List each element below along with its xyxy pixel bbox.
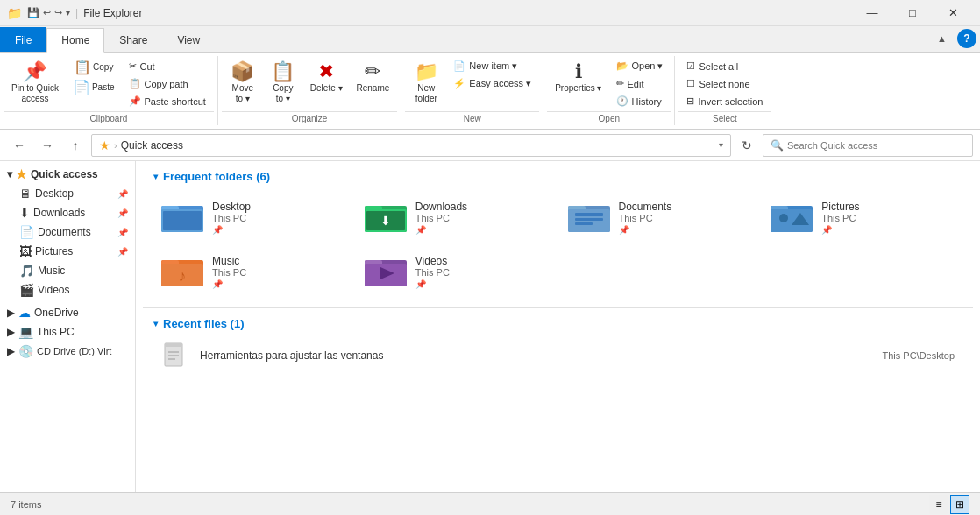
svg-text:⬇: ⬇ (380, 214, 391, 228)
refresh-button[interactable]: ↻ (735, 133, 759, 158)
invert-selection-button[interactable]: ⊟ Invert selection (680, 93, 769, 109)
up-button[interactable]: ↑ (63, 133, 88, 158)
quick-redo-btn[interactable]: ↪ (54, 7, 62, 18)
sidebar-item-videos[interactable]: 🎬 Videos (0, 280, 135, 300)
recent-files-title: Recent files (1) (163, 317, 244, 330)
paste-shortcut-button[interactable]: 📌 Paste shortcut (123, 93, 212, 109)
folder-videos-pin: 📌 (415, 279, 450, 289)
quick-undo-btn[interactable]: ↩ (43, 7, 51, 18)
copy-button[interactable]: 📋 Copy (67, 58, 121, 77)
this-pc-label: This PC (37, 326, 75, 338)
frequent-folders-header: ▾ Frequent folders (6) (136, 161, 980, 188)
maximize-button[interactable]: □ (892, 0, 933, 26)
downloads-pin-icon: 📌 (117, 208, 128, 218)
sidebar-videos-label: Videos (38, 284, 128, 296)
history-button[interactable]: 🕐 History (610, 93, 670, 109)
tiles-view-button[interactable]: ⊞ (950, 495, 969, 514)
tab-home[interactable]: Home (46, 28, 104, 53)
status-bar: 7 items ≡ ⊞ (0, 492, 980, 515)
sidebar-item-desktop[interactable]: 🖥 Desktop 📌 (0, 184, 135, 203)
quick-access-star: ★ (16, 167, 27, 181)
select-all-label: Select all (699, 61, 738, 72)
open-group-content: ℹ Properties ▾ 📂 Open ▾ ✏ Edit 🕐 History (547, 56, 671, 111)
select-all-button[interactable]: ☑ Select all (680, 58, 769, 74)
sidebar-this-pc[interactable]: ▶ 💻 This PC (0, 322, 135, 342)
svg-point-18 (779, 214, 788, 222)
path-separator: › (114, 140, 117, 151)
cut-button[interactable]: ✂ Cut (123, 58, 212, 74)
frequent-folders-chevron[interactable]: ▾ (153, 172, 158, 181)
svg-rect-29 (165, 343, 182, 347)
edit-button[interactable]: ✏ Edit (610, 75, 670, 92)
recent-files-list: Herramientas para ajustar las ventanas T… (136, 335, 980, 376)
sidebar-cd-drive[interactable]: ▶ 💿 CD Drive (D:) Virt (0, 342, 135, 361)
quick-dropdown-btn[interactable]: ▾ (66, 8, 70, 18)
help-button[interactable]: ? (957, 29, 976, 48)
organize-label: Organize (222, 111, 398, 125)
forward-button[interactable]: → (35, 133, 60, 158)
search-input[interactable] (787, 140, 965, 151)
tab-share[interactable]: Share (104, 27, 162, 52)
this-pc-arrow: ▶ (7, 326, 15, 338)
quick-access-arrow: ▾ (7, 168, 12, 180)
rename-button[interactable]: ✏ Rename (351, 58, 396, 98)
clipboard-group-content: 📌 Pin to Quickaccess 📋 Copy 📄 Paste ✂ Cu… (4, 56, 214, 111)
pin-to-quick-access-button[interactable]: 📌 Pin to Quickaccess (5, 58, 65, 109)
details-view-button[interactable]: ≡ (929, 495, 948, 514)
folder-item-desktop[interactable]: Desktop This PC 📌 (153, 192, 353, 243)
folder-documents-info: Documents This PC 📌 (619, 201, 672, 235)
sidebar-item-documents[interactable]: 📄 Documents 📌 (0, 222, 135, 242)
ribbon-collapse-btn[interactable]: ▲ (930, 32, 954, 46)
downloads-icon: ⬇ (19, 206, 30, 220)
easy-access-button[interactable]: ⚡ Easy access ▾ (447, 75, 537, 92)
minimize-button[interactable]: — (852, 0, 892, 26)
folder-item-downloads[interactable]: ⬇ Downloads This PC 📌 (357, 192, 557, 243)
sidebar-item-downloads[interactable]: ⬇ Downloads 📌 (0, 203, 135, 222)
copy-to-button[interactable]: 📋 Copyto ▾ (264, 58, 302, 109)
paste-button[interactable]: 📄 Paste (67, 78, 121, 97)
recent-file-path-0: This PC\Desktop (882, 350, 955, 361)
open-icon: 📂 (616, 60, 628, 72)
recent-files-chevron[interactable]: ▾ (153, 319, 158, 328)
history-label: History (632, 96, 662, 107)
address-path[interactable]: ★ › Quick access ▾ (91, 134, 731, 157)
tab-view[interactable]: View (162, 27, 215, 52)
back-button[interactable]: ← (7, 133, 32, 158)
new-folder-button[interactable]: 📁 Newfolder (407, 58, 445, 109)
documents-pin-icon: 📌 (117, 228, 128, 237)
copy-path-button[interactable]: 📋 Copy path (123, 75, 212, 92)
address-bar: ← → ↑ ★ › Quick access ▾ ↻ 🔍 (0, 130, 980, 161)
folder-item-videos[interactable]: Videos This PC 📌 (357, 246, 557, 297)
folder-documents-name: Documents (619, 201, 672, 213)
folder-downloads-svg: ⬇ (365, 201, 407, 234)
tab-file[interactable]: File (0, 27, 46, 52)
folder-videos-info: Videos This PC 📌 (415, 255, 450, 289)
properties-button[interactable]: ℹ Properties ▾ (549, 58, 607, 98)
folder-item-music[interactable]: ♪ Music This PC 📌 (153, 246, 353, 297)
title-bar-controls: — □ ✕ (852, 0, 973, 26)
sidebar-onedrive[interactable]: ▶ ☁ OneDrive (0, 303, 135, 322)
select-none-button[interactable]: ☐ Select none (680, 75, 769, 92)
delete-button[interactable]: ✖ Delete ▾ (304, 58, 349, 98)
folder-pictures-path: This PC (821, 213, 859, 223)
folder-item-pictures[interactable]: Pictures This PC 📌 (763, 192, 962, 243)
cd-drive-label: CD Drive (D:) Virt (37, 346, 111, 356)
sidebar-item-music[interactable]: 🎵 Music (0, 261, 135, 280)
recent-file-item-0[interactable]: Herramientas para ajustar las ventanas T… (153, 335, 962, 376)
videos-icon: 🎬 (19, 283, 34, 297)
select-group-content: ☑ Select all ☐ Select none ⊟ Invert sele… (678, 56, 771, 111)
sidebar-item-pictures[interactable]: 🖼 Pictures 📌 (0, 242, 135, 261)
move-to-button[interactable]: 📦 Moveto ▾ (224, 58, 262, 109)
pictures-pin-icon: 📌 (117, 247, 128, 257)
search-box[interactable]: 🔍 (763, 134, 973, 157)
open-button[interactable]: 📂 Open ▾ (610, 58, 670, 74)
path-dropdown-icon[interactable]: ▾ (719, 140, 723, 150)
new-item-button[interactable]: 📄 New item ▾ (447, 58, 537, 74)
quick-access-section[interactable]: ▾ ★ Quick access (0, 165, 135, 184)
folder-item-documents[interactable]: Documents This PC 📌 (560, 192, 760, 243)
view-buttons: ≡ ⊞ (929, 495, 969, 514)
close-button[interactable]: ✕ (933, 0, 973, 26)
folder-pictures-info: Pictures This PC 📌 (821, 201, 859, 235)
quick-access-toolbar: 💾 ↩ ↪ ▾ (27, 7, 70, 18)
quick-save-btn[interactable]: 💾 (27, 7, 39, 18)
